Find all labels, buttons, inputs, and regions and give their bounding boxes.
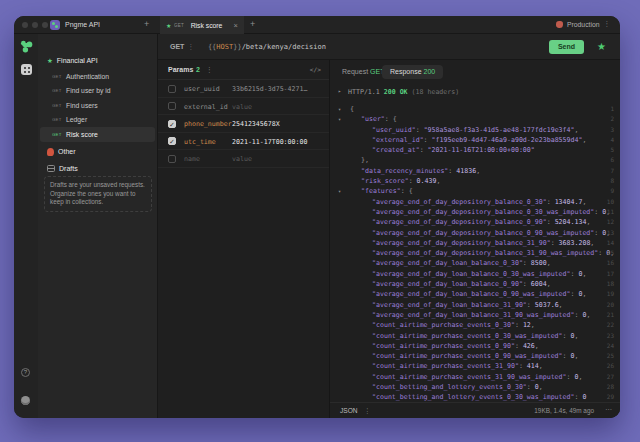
json-key: "average_end_of_day_depository_balance_0… [372,198,547,206]
json-tokens: }, [330,155,369,165]
param-checkbox[interactable] [168,102,176,110]
request-item-ledger[interactable]: GETLedger [40,113,155,128]
tab-close-icon[interactable]: × [234,21,238,30]
json-line: "average_end_of_day_depository_balance_0… [330,207,620,217]
param-name-field[interactable]: utc_time [184,138,216,146]
json-token: : [515,321,523,329]
param-value-field[interactable]: 33b6215d-3d75-4271… [232,85,307,93]
environment-selector[interactable]: Production ⋮ [556,20,610,28]
json-token: , [547,259,551,267]
drafts-label: Drafts [59,165,78,172]
param-name-field[interactable]: user_uuid [184,85,220,93]
line-number: 24 [607,341,614,351]
response-tabs: Request GET Response 200 [330,60,620,84]
response-tab-label: Response [390,68,422,75]
json-token: , [578,373,582,381]
param-checkbox[interactable]: ✓ [168,120,176,128]
workspace-title[interactable]: Pngme API [65,21,100,28]
request-item-find-users[interactable]: GETFind users [40,98,155,113]
more-options-icon[interactable]: ⋯ [605,406,612,414]
tab-risk-score[interactable]: ★ GET Risk score × [160,16,244,34]
param-name-field[interactable]: phone_number [184,120,232,128]
favorite-star-icon: ★ [166,22,171,29]
favorite-request-star-icon[interactable]: ★ [597,40,606,54]
drafts-section[interactable]: Drafts [38,162,157,175]
new-tab-icon[interactable]: + [250,19,255,29]
url-input[interactable]: {{HOST}}/beta/kenya/decision [208,43,326,51]
param-name-field[interactable]: name [184,155,200,163]
json-token: : [416,126,424,134]
apps-grid-icon[interactable] [21,64,32,75]
format-dropdown-icon[interactable]: ⋮ [364,407,370,414]
json-token: , [539,362,543,370]
json-tokens: "average_end_of_day_depository_balance_3… [330,248,614,258]
param-checkbox[interactable]: ✓ [168,137,176,145]
params-panel: Params 2 ⋮ </> user_uuid33b6215d-3d75-42… [158,60,330,418]
json-tokens: "data_recency_minutes": 41836, [330,166,480,176]
json-number-value: 0.439 [417,177,437,185]
json-token: : [551,239,559,247]
json-key: "count_betting_and_lottery_events_0_30_w… [372,393,574,401]
json-token: : [563,352,571,360]
fold-caret-icon[interactable]: ▾ [338,186,341,196]
param-value-field[interactable]: 25412345678X [232,120,280,128]
http-status-line[interactable]: ▸ HTTP/1.1 200 OK (18 headers) [330,84,620,100]
param-name-field[interactable]: external_id [184,103,228,111]
request-item-risk-score[interactable]: GETRisk score [40,127,155,142]
tab-request[interactable]: Request GET [342,68,384,75]
fold-caret-icon[interactable]: ▾ [338,104,341,114]
param-checkbox[interactable] [168,155,176,163]
help-icon[interactable]: ? [21,368,30,377]
json-token: { [350,105,354,113]
param-value-field[interactable]: 2021-11-17T00:00:00 [232,138,307,146]
method-selector[interactable]: GET [170,43,184,50]
json-string-value: "958a5ae8-f3a3-41d5-ae48-177fdc19e3f4" [424,126,575,134]
workspace-icon[interactable] [50,20,60,30]
request-item-find-user-by-id[interactable]: GETFind user by id [40,84,155,99]
account-globe-icon[interactable] [21,396,30,405]
json-line: "average_end_of_day_loan_balance_31_90_w… [330,310,620,320]
json-tokens: "count_airtime_purchase_events_0_30_was_… [330,331,578,341]
json-token: , [531,321,535,329]
line-number: 16 [607,258,614,268]
json-token: : [523,259,531,267]
request-item-authentication[interactable]: GETAuthentication [40,69,155,84]
window-control-icon[interactable] [42,22,48,28]
param-value-field[interactable]: value [232,155,252,163]
json-tokens: "count_airtime_purchase_events_31_90": 4… [330,361,543,371]
line-number: 3 [610,125,614,135]
fold-caret-icon[interactable]: ▾ [338,114,341,124]
collapse-caret-icon[interactable]: ▸ [338,88,341,94]
param-value-field[interactable]: value [232,103,252,111]
tab-response[interactable]: Response 200 [382,65,443,79]
json-tokens: "average_end_of_day_loan_balance_0_30_wa… [330,269,586,279]
window-control-icon[interactable] [22,22,28,28]
collection-financial-api[interactable]: ★ Financial API [38,54,157,67]
body-format-selector[interactable]: JSON [340,407,358,414]
method-dropdown-icon[interactable]: ⋮ [187,43,194,51]
json-token: , [436,177,440,185]
params-title[interactable]: Params [168,66,193,73]
params-dropdown-icon[interactable]: ⋮ [206,66,213,74]
window-control-icon[interactable] [32,22,38,28]
line-number: 13 [607,228,614,238]
code-view-icon[interactable]: </> [310,66,321,73]
pngme-logo-icon[interactable] [20,40,33,54]
collection-other[interactable]: Other [38,145,157,158]
json-string-value: "2021-11-16T21:00:00+00:00" [428,146,535,154]
new-tab-icon[interactable]: + [144,19,149,29]
request-item-label: Authentication [66,73,109,80]
url-token: }} [233,43,241,51]
json-token: : [523,280,531,288]
json-line: "count_airtime_purchase_events_0_30_was_… [330,331,620,341]
json-token: : [385,115,393,123]
method-badge: GET [52,89,62,93]
json-key: "count_airtime_purchase_events_0_30" [372,321,515,329]
json-key: "count_airtime_purchase_events_31_90_was… [372,373,567,381]
send-button[interactable]: Send [549,40,584,54]
response-body-lines: ▾{1▾"user": {2"user_uuid": "958a5ae8-f3a… [330,100,620,402]
json-tokens: "count_betting_and_lottery_events_0_30":… [330,382,543,392]
json-token: , [575,352,579,360]
json-tokens: "average_end_of_day_depository_balance_0… [330,207,610,217]
param-checkbox[interactable] [168,85,176,93]
